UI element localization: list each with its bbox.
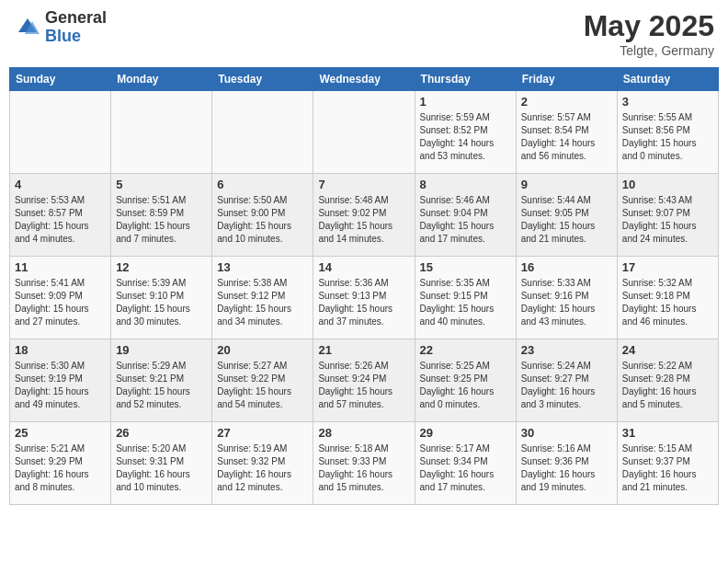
- day-number: 21: [318, 343, 409, 357]
- day-number: 9: [521, 178, 612, 191]
- calendar-cell: 7Sunrise: 5:48 AM Sunset: 9:02 PM Daylig…: [313, 174, 415, 257]
- calendar-cell: 3Sunrise: 5:55 AM Sunset: 8:56 PM Daylig…: [617, 91, 718, 174]
- day-number: 27: [217, 426, 308, 440]
- day-info: Sunrise: 5:25 AM Sunset: 9:25 PM Dayligh…: [420, 360, 511, 411]
- day-info: Sunrise: 5:44 AM Sunset: 9:05 PM Dayligh…: [521, 194, 612, 246]
- day-info: Sunrise: 5:24 AM Sunset: 9:27 PM Dayligh…: [521, 360, 612, 411]
- day-info: Sunrise: 5:32 AM Sunset: 9:18 PM Dayligh…: [622, 277, 713, 328]
- day-number: 22: [420, 343, 511, 357]
- day-number: 10: [622, 178, 713, 191]
- calendar-cell: 9Sunrise: 5:44 AM Sunset: 9:05 PM Daylig…: [516, 174, 617, 257]
- day-number: 4: [15, 178, 106, 191]
- day-info: Sunrise: 5:51 AM Sunset: 8:59 PM Dayligh…: [116, 194, 207, 246]
- calendar-header-row: SundayMondayTuesdayWednesdayThursdayFrid…: [10, 68, 719, 91]
- day-number: 1: [420, 95, 511, 109]
- day-number: 29: [420, 426, 511, 440]
- day-info: Sunrise: 5:29 AM Sunset: 9:21 PM Dayligh…: [116, 360, 207, 411]
- day-number: 31: [622, 426, 713, 440]
- day-info: Sunrise: 5:39 AM Sunset: 9:10 PM Dayligh…: [116, 277, 207, 328]
- day-number: 12: [116, 260, 207, 274]
- calendar-cell: [313, 91, 415, 174]
- day-info: Sunrise: 5:53 AM Sunset: 8:57 PM Dayligh…: [15, 194, 106, 246]
- calendar-cell: 10Sunrise: 5:43 AM Sunset: 9:07 PM Dayli…: [617, 174, 718, 257]
- title-block: May 2025 Telgte, Germany: [584, 9, 714, 58]
- day-number: 18: [15, 343, 106, 357]
- weekday-header-monday: Monday: [111, 68, 212, 91]
- day-info: Sunrise: 5:41 AM Sunset: 9:09 PM Dayligh…: [15, 277, 106, 328]
- weekday-header-thursday: Thursday: [415, 68, 516, 91]
- weekday-header-wednesday: Wednesday: [313, 68, 415, 91]
- calendar-week-1: 1Sunrise: 5:59 AM Sunset: 8:52 PM Daylig…: [10, 91, 719, 174]
- calendar-cell: 16Sunrise: 5:33 AM Sunset: 9:16 PM Dayli…: [516, 257, 617, 339]
- day-info: Sunrise: 5:46 AM Sunset: 9:04 PM Dayligh…: [420, 194, 511, 246]
- day-number: 23: [521, 343, 612, 357]
- day-info: Sunrise: 5:20 AM Sunset: 9:31 PM Dayligh…: [116, 442, 207, 494]
- day-info: Sunrise: 5:18 AM Sunset: 9:33 PM Dayligh…: [318, 442, 409, 494]
- weekday-header-sunday: Sunday: [10, 68, 111, 91]
- calendar-cell: 22Sunrise: 5:25 AM Sunset: 9:25 PM Dayli…: [415, 339, 516, 422]
- day-info: Sunrise: 5:15 AM Sunset: 9:37 PM Dayligh…: [622, 442, 713, 494]
- logo-blue-text: Blue: [45, 28, 107, 46]
- calendar-cell: 14Sunrise: 5:36 AM Sunset: 9:13 PM Dayli…: [313, 257, 415, 339]
- calendar-table: SundayMondayTuesdayWednesdayThursdayFrid…: [9, 67, 719, 505]
- day-info: Sunrise: 5:21 AM Sunset: 9:29 PM Dayligh…: [15, 442, 106, 494]
- calendar-cell: 21Sunrise: 5:26 AM Sunset: 9:24 PM Dayli…: [313, 339, 415, 422]
- calendar-cell: [111, 91, 212, 174]
- day-info: Sunrise: 5:27 AM Sunset: 9:22 PM Dayligh…: [217, 360, 308, 411]
- day-info: Sunrise: 5:35 AM Sunset: 9:15 PM Dayligh…: [420, 277, 511, 328]
- calendar-cell: 6Sunrise: 5:50 AM Sunset: 9:00 PM Daylig…: [212, 174, 313, 257]
- calendar-cell: 5Sunrise: 5:51 AM Sunset: 8:59 PM Daylig…: [111, 174, 212, 257]
- day-info: Sunrise: 5:48 AM Sunset: 9:02 PM Dayligh…: [318, 194, 409, 246]
- day-number: 20: [217, 343, 308, 357]
- logo: General Blue: [14, 9, 107, 46]
- calendar-cell: 4Sunrise: 5:53 AM Sunset: 8:57 PM Daylig…: [10, 174, 111, 257]
- day-info: Sunrise: 5:43 AM Sunset: 9:07 PM Dayligh…: [622, 194, 713, 246]
- page-header: General Blue May 2025 Telgte, Germany: [9, 9, 719, 58]
- day-number: 15: [420, 260, 511, 274]
- day-number: 17: [622, 260, 713, 274]
- calendar-cell: 20Sunrise: 5:27 AM Sunset: 9:22 PM Dayli…: [212, 339, 313, 422]
- logo-general-text: General: [45, 9, 107, 28]
- calendar-title: May 2025: [584, 9, 714, 43]
- day-number: 19: [116, 343, 207, 357]
- logo-text: General Blue: [45, 9, 107, 46]
- day-info: Sunrise: 5:59 AM Sunset: 8:52 PM Dayligh…: [420, 111, 511, 163]
- calendar-cell: 11Sunrise: 5:41 AM Sunset: 9:09 PM Dayli…: [10, 257, 111, 339]
- calendar-cell: 2Sunrise: 5:57 AM Sunset: 8:54 PM Daylig…: [516, 91, 617, 174]
- day-info: Sunrise: 5:26 AM Sunset: 9:24 PM Dayligh…: [318, 360, 409, 411]
- day-number: 13: [217, 260, 308, 274]
- day-number: 7: [318, 178, 409, 191]
- day-number: 24: [622, 343, 713, 357]
- calendar-week-5: 25Sunrise: 5:21 AM Sunset: 9:29 PM Dayli…: [10, 422, 719, 505]
- calendar-cell: 17Sunrise: 5:32 AM Sunset: 9:18 PM Dayli…: [617, 257, 718, 339]
- calendar-cell: 25Sunrise: 5:21 AM Sunset: 9:29 PM Dayli…: [10, 422, 111, 505]
- day-info: Sunrise: 5:22 AM Sunset: 9:28 PM Dayligh…: [622, 360, 713, 411]
- calendar-cell: 30Sunrise: 5:16 AM Sunset: 9:36 PM Dayli…: [516, 422, 617, 505]
- calendar-cell: 31Sunrise: 5:15 AM Sunset: 9:37 PM Dayli…: [617, 422, 718, 505]
- day-number: 11: [15, 260, 106, 274]
- calendar-cell: [212, 91, 313, 174]
- calendar-cell: 27Sunrise: 5:19 AM Sunset: 9:32 PM Dayli…: [212, 422, 313, 505]
- day-number: 8: [420, 178, 511, 191]
- day-info: Sunrise: 5:57 AM Sunset: 8:54 PM Dayligh…: [521, 111, 612, 163]
- day-info: Sunrise: 5:19 AM Sunset: 9:32 PM Dayligh…: [217, 442, 308, 494]
- day-number: 28: [318, 426, 409, 440]
- day-info: Sunrise: 5:17 AM Sunset: 9:34 PM Dayligh…: [420, 442, 511, 494]
- day-info: Sunrise: 5:30 AM Sunset: 9:19 PM Dayligh…: [15, 360, 106, 411]
- day-number: 5: [116, 178, 207, 191]
- calendar-cell: 23Sunrise: 5:24 AM Sunset: 9:27 PM Dayli…: [516, 339, 617, 422]
- calendar-cell: 8Sunrise: 5:46 AM Sunset: 9:04 PM Daylig…: [415, 174, 516, 257]
- day-number: 3: [622, 95, 713, 109]
- logo-icon: [14, 14, 41, 41]
- calendar-cell: 12Sunrise: 5:39 AM Sunset: 9:10 PM Dayli…: [111, 257, 212, 339]
- day-number: 16: [521, 260, 612, 274]
- calendar-cell: 18Sunrise: 5:30 AM Sunset: 9:19 PM Dayli…: [10, 339, 111, 422]
- day-number: 6: [217, 178, 308, 191]
- calendar-cell: 15Sunrise: 5:35 AM Sunset: 9:15 PM Dayli…: [415, 257, 516, 339]
- day-number: 30: [521, 426, 612, 440]
- calendar-cell: 13Sunrise: 5:38 AM Sunset: 9:12 PM Dayli…: [212, 257, 313, 339]
- day-info: Sunrise: 5:16 AM Sunset: 9:36 PM Dayligh…: [521, 442, 612, 494]
- calendar-week-2: 4Sunrise: 5:53 AM Sunset: 8:57 PM Daylig…: [10, 174, 719, 257]
- calendar-cell: 29Sunrise: 5:17 AM Sunset: 9:34 PM Dayli…: [415, 422, 516, 505]
- calendar-location: Telgte, Germany: [584, 43, 714, 58]
